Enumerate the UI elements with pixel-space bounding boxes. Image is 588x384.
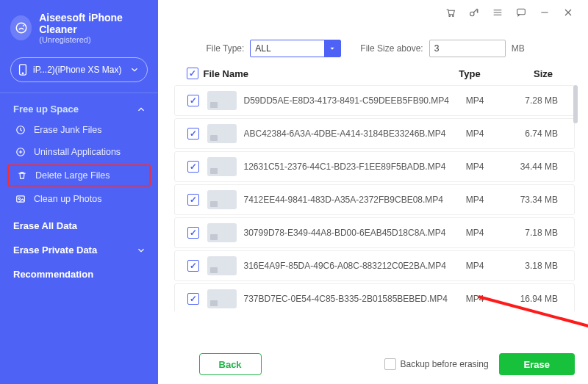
file-type: MP4: [449, 228, 501, 238]
column-type: Type: [444, 68, 495, 79]
file-size: 7.28 MB: [501, 95, 567, 106]
nav-clean-photos[interactable]: Clean up Photos: [0, 188, 158, 210]
nav-label: Clean up Photos: [34, 194, 101, 204]
nav-label: Erase Junk Files: [34, 125, 101, 135]
column-size: Size: [495, 68, 562, 79]
key-icon[interactable]: [467, 6, 481, 19]
footer-bar: Back Backup before erasing Erase: [174, 340, 575, 375]
svg-point-6: [18, 198, 20, 199]
feedback-icon[interactable]: [514, 6, 528, 19]
row-checkbox[interactable]: [187, 161, 199, 173]
nav-delete-large-files[interactable]: Delete Large Files: [7, 164, 151, 186]
file-name: 7412EE44-9841-483D-A35A-2372FB9CBE08.MP4: [244, 195, 449, 205]
nav-label: Delete Large Files: [35, 170, 110, 181]
chevron-up-icon: [136, 104, 146, 115]
file-thumbnail: [207, 223, 237, 242]
phone-icon: [18, 64, 27, 76]
file-thumbnail: [207, 124, 237, 143]
file-name: 30799D78-E349-44A8-BD00-6EAB45D18C8A.MP4: [244, 228, 449, 238]
grid-icon: [15, 146, 26, 158]
file-thumbnail: [207, 256, 237, 275]
erase-button[interactable]: Erase: [499, 353, 575, 375]
file-type-value: ALL: [255, 43, 270, 54]
table-row[interactable]: 12631C51-2376-44C1-BD23-F1EE89F5BADB.MP4…: [174, 151, 575, 182]
file-type-select[interactable]: ALL: [250, 40, 341, 57]
dropdown-arrow-icon: [324, 40, 340, 57]
file-thumbnail: [207, 91, 237, 110]
file-name: D59DD5AE-E8D3-4173-8491-C59DEEB5FB90.MP4: [244, 95, 449, 106]
app-logo-icon: [10, 15, 32, 40]
svg-point-7: [449, 15, 451, 17]
photo-icon: [15, 193, 26, 205]
file-thumbnail: [207, 157, 237, 176]
back-button[interactable]: Back: [199, 353, 262, 375]
section-erase-all-data[interactable]: Erase All Data: [0, 210, 158, 234]
row-checkbox[interactable]: [187, 194, 199, 206]
cart-icon[interactable]: [444, 6, 457, 19]
row-checkbox[interactable]: [187, 293, 199, 305]
menu-icon[interactable]: [491, 6, 504, 19]
nav-erase-junk-files[interactable]: Erase Junk Files: [0, 119, 158, 141]
row-checkbox[interactable]: [187, 128, 199, 140]
file-size: 3.18 MB: [501, 261, 567, 271]
file-name: 12631C51-2376-44C1-BD23-F1EE89F5BADB.MP4: [244, 162, 449, 172]
file-size: 6.74 MB: [501, 128, 567, 139]
file-size: 73.34 MB: [501, 195, 567, 205]
nav-label: Uninstall Applications: [34, 147, 121, 157]
file-name: 737BD7EC-0E54-4C85-B335-2B01585BEBED.MP4: [244, 294, 449, 304]
svg-point-8: [452, 15, 453, 17]
file-type: MP4: [449, 162, 501, 172]
file-name: 316E4A9F-85DA-49C6-A08C-883212C0E2BA.MP4: [244, 261, 449, 271]
section-free-up-space[interactable]: Free up Space: [0, 98, 158, 119]
file-size-input[interactable]: [429, 40, 506, 57]
filter-size-unit: MB: [512, 43, 525, 54]
row-checkbox[interactable]: [187, 227, 199, 239]
section-label: Recommendation: [13, 269, 93, 280]
file-type: MP4: [449, 128, 501, 139]
section-recommendation[interactable]: Recommendation: [0, 258, 158, 283]
section-label: Erase Private Data: [13, 244, 97, 256]
backup-before-erasing[interactable]: Backup before erasing: [384, 358, 489, 370]
table-row[interactable]: 7412EE44-9841-483D-A35A-2372FB9CBE08.MP4…: [174, 184, 575, 215]
section-erase-private-data[interactable]: Erase Private Data: [0, 234, 158, 258]
svg-rect-10: [517, 9, 526, 14]
column-file-name: File Name: [204, 68, 444, 79]
file-thumbnail: [207, 289, 237, 308]
backup-checkbox[interactable]: [384, 358, 396, 370]
minimize-button[interactable]: [538, 6, 551, 19]
table-row[interactable]: ABC42384-6A3A-4DBE-A414-3184BE33246B.MP4…: [174, 118, 575, 149]
chevron-down-icon: [129, 65, 140, 75]
sidebar: Aiseesoft iPhone Cleaner (Unregistered) …: [0, 0, 158, 384]
file-name: ABC42384-6A3A-4DBE-A414-3184BE33246B.MP4: [244, 128, 449, 139]
app-title: Aiseesoft iPhone Cleaner: [39, 12, 146, 35]
file-list: D59DD5AE-E8D3-4173-8491-C59DEEB5FB90.MP4…: [174, 85, 575, 311]
table-header: File Name Type Size: [174, 68, 575, 85]
svg-point-9: [470, 12, 474, 15]
scrollbar[interactable]: [573, 85, 578, 123]
row-checkbox[interactable]: [187, 95, 199, 106]
file-size: 16.94 MB: [501, 294, 567, 304]
file-thumbnail: [207, 190, 237, 209]
nav-uninstall-apps[interactable]: Uninstall Applications: [0, 141, 158, 163]
backup-label: Backup before erasing: [401, 359, 489, 369]
filter-bar: File Type: ALL File Size above: MB: [207, 40, 575, 57]
select-all-checkbox[interactable]: [187, 68, 198, 79]
row-checkbox[interactable]: [187, 260, 199, 272]
filter-size-label: File Size above:: [360, 43, 423, 54]
close-button[interactable]: [562, 6, 575, 19]
device-selector[interactable]: iP...2)(iPhone XS Max): [10, 57, 148, 82]
table-row[interactable]: 316E4A9F-85DA-49C6-A08C-883212C0E2BA.MP4…: [174, 250, 575, 281]
file-size: 34.44 MB: [501, 162, 567, 172]
table-row[interactable]: 30799D78-E349-44A8-BD00-6EAB45D18C8A.MP4…: [174, 217, 575, 248]
title-bar-controls: [444, 6, 575, 19]
trash-icon: [16, 170, 28, 181]
main-panel: File Type: ALL File Size above: MB File …: [158, 0, 588, 384]
file-type: MP4: [449, 261, 501, 271]
table-row[interactable]: 737BD7EC-0E54-4C85-B335-2B01585BEBED.MP4…: [174, 283, 575, 311]
file-type: MP4: [449, 195, 501, 205]
section-label: Erase All Data: [13, 220, 77, 231]
section-label: Free up Space: [13, 104, 79, 115]
device-label: iP...2)(iPhone XS Max): [33, 65, 123, 75]
app-subtitle: (Unregistered): [39, 35, 146, 44]
table-row[interactable]: D59DD5AE-E8D3-4173-8491-C59DEEB5FB90.MP4…: [174, 85, 575, 116]
